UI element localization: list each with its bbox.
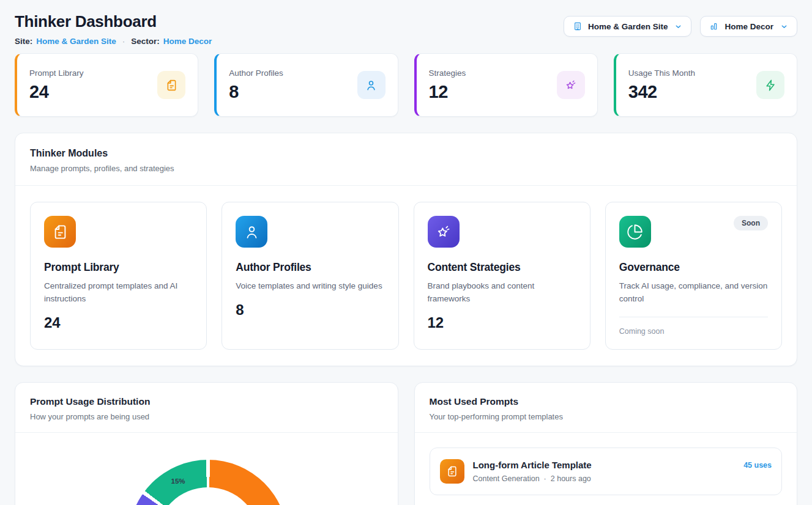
page-header: Thinker Dashboard Site: Home & Garden Si… — [15, 12, 797, 46]
thinker-modules-panel: Thinker Modules Manage prompts, profiles… — [15, 133, 797, 366]
most-used-prompts-card: Most Used Prompts Your top-performing pr… — [414, 382, 798, 505]
usage-card-subtitle: How your prompts are being used — [30, 412, 383, 421]
prompt-item-title: Long-form Article Template — [473, 460, 736, 470]
panel-subtitle: Manage prompts, profiles, and strategies — [30, 164, 782, 173]
stat-card-strategies: Strategies 12 — [414, 53, 598, 117]
stat-card-prompt-library: Prompt Library 24 — [15, 53, 198, 117]
stat-card-usage: Usage This Month 342 — [614, 53, 797, 117]
building-icon — [573, 21, 583, 31]
user-icon — [357, 71, 386, 99]
prompt-item-time: 2 hours ago — [551, 474, 591, 483]
sector-selector-button[interactable]: Home Decor — [700, 16, 797, 37]
site-selector-label: Home & Garden Site — [588, 22, 668, 31]
stat-cards-row: Prompt Library 24 Author Profiles 8 Stra… — [15, 53, 797, 117]
site-selector-button[interactable]: Home & Garden Site — [564, 16, 692, 37]
prompt-usage-card: Prompt Usage Distribution How your promp… — [15, 382, 398, 505]
module-card-governance: Soon Governance Track AI usage, complian… — [605, 202, 782, 350]
chevron-down-icon — [674, 23, 682, 31]
file-text-icon — [440, 459, 464, 484]
stat-info: Usage This Month 342 — [628, 68, 695, 102]
prompts-card-title: Most Used Prompts — [430, 396, 783, 407]
site-sector-subline: Site: Home & Garden Site · Sector: Home … — [15, 37, 212, 46]
module-title: Content Strategies — [428, 261, 576, 274]
sector-label: Sector: — [131, 37, 160, 46]
module-description: Track AI usage, compliance, and version … — [619, 280, 768, 306]
header-left: Thinker Dashboard Site: Home & Garden Si… — [15, 12, 212, 46]
stat-value: 342 — [628, 82, 695, 102]
file-text-icon — [44, 216, 76, 248]
prompts-card-subtitle: Your top-performing prompt templates — [430, 412, 783, 421]
module-title: Author Profiles — [236, 261, 384, 274]
stat-label: Usage This Month — [628, 68, 695, 78]
sector-selector-label: Home Decor — [724, 22, 773, 31]
usage-card-title: Prompt Usage Distribution — [30, 396, 383, 407]
donut-hole — [156, 487, 260, 505]
sparkle-star-icon — [557, 71, 585, 99]
stat-label: Prompt Library — [29, 68, 84, 78]
module-description: Brand playbooks and content frameworks — [428, 280, 576, 306]
stat-label: Author Profiles — [229, 68, 283, 78]
stat-info: Author Profiles 8 — [229, 68, 283, 102]
stat-info: Prompt Library 24 — [29, 68, 84, 102]
prompt-item-uses-badge: 45 uses — [743, 461, 772, 470]
user-icon — [236, 216, 267, 248]
module-count: 8 — [236, 301, 384, 319]
prompts-card-header: Most Used Prompts Your top-performing pr… — [415, 383, 797, 433]
stat-value: 24 — [29, 82, 84, 102]
prompt-item-text: Long-form Article Template Content Gener… — [473, 460, 736, 483]
separator-dot: · — [544, 474, 546, 483]
dashboard-page: Thinker Dashboard Site: Home & Garden Si… — [0, 0, 812, 505]
page-title: Thinker Dashboard — [15, 12, 212, 31]
panel-header: Thinker Modules Manage prompts, profiles… — [15, 133, 797, 186]
prompt-list-item[interactable]: Long-form Article Template Content Gener… — [430, 448, 783, 495]
usage-donut-chart: 15% — [129, 460, 288, 505]
site-link[interactable]: Home & Garden Site — [36, 37, 116, 46]
prompt-item-category: Content Generation — [473, 474, 540, 483]
file-text-icon — [157, 71, 185, 99]
sector-link[interactable]: Home Decor — [163, 37, 212, 46]
usage-card-header: Prompt Usage Distribution How your promp… — [15, 383, 398, 433]
site-label: Site: — [15, 37, 32, 46]
separator-dot: · — [122, 37, 125, 46]
stat-value: 12 — [429, 82, 466, 102]
module-title: Governance — [619, 261, 768, 274]
panel-title: Thinker Modules — [30, 148, 782, 159]
stat-label: Strategies — [429, 68, 466, 78]
bar-chart-icon — [709, 21, 719, 31]
module-card-content-strategies[interactable]: Content Strategies Brand playbooks and c… — [414, 202, 590, 350]
donut-segment-label: 15% — [171, 477, 185, 485]
soon-badge: Soon — [734, 216, 768, 230]
module-card-author-profiles[interactable]: Author Profiles Voice templates and writ… — [222, 202, 398, 350]
chevron-down-icon — [780, 23, 788, 31]
module-count: 12 — [428, 314, 576, 331]
module-description: Voice templates and writing style guides — [236, 280, 384, 293]
stat-value: 8 — [229, 82, 283, 102]
module-description: Centralized prompt templates and AI inst… — [44, 280, 193, 306]
module-count: 24 — [44, 314, 193, 331]
header-selectors: Home & Garden Site Home Decor — [564, 16, 797, 37]
module-card-prompt-library[interactable]: Prompt Library Centralized prompt templa… — [30, 202, 207, 350]
stat-card-author-profiles: Author Profiles 8 — [214, 53, 398, 117]
stat-info: Strategies 12 — [429, 68, 466, 102]
pie-chart-icon — [619, 216, 651, 248]
zap-icon — [756, 71, 784, 99]
module-title: Prompt Library — [44, 261, 193, 274]
modules-grid: Prompt Library Centralized prompt templa… — [15, 186, 797, 366]
sparkle-star-icon — [428, 216, 460, 248]
bottom-row: Prompt Usage Distribution How your promp… — [15, 382, 797, 505]
prompt-item-meta: Content Generation · 2 hours ago — [473, 474, 736, 483]
coming-soon-text: Coming soon — [619, 317, 768, 336]
